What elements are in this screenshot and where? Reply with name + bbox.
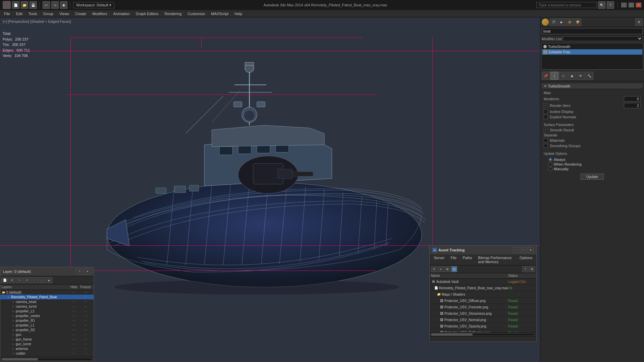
- redo-btn[interactable]: ↪: [51, 1, 59, 9]
- layers-move-up-btn[interactable]: ↑: [31, 277, 38, 283]
- asset-menu-paths[interactable]: Paths: [460, 255, 475, 264]
- utility-tab-btn[interactable]: 🔧: [585, 72, 593, 80]
- asset-row-8[interactable]: 🖼Protector_USV_Reflection.pngFound: [430, 329, 536, 332]
- menu-animation[interactable]: Animation: [111, 11, 132, 16]
- asset-row-3[interactable]: 🖼Protector_USV_Diffuse.pngFound: [430, 298, 536, 304]
- layers-help-btn[interactable]: ?: [76, 268, 83, 275]
- always-radio[interactable]: [548, 158, 552, 162]
- object-name-input[interactable]: [542, 28, 643, 34]
- asset-minimize-btn[interactable]: −: [513, 247, 519, 253]
- modifier-list-select[interactable]: [563, 36, 643, 41]
- pin-btn[interactable]: 📌: [542, 72, 550, 80]
- layers-delete-btn[interactable]: ✕: [9, 277, 15, 283]
- asset-refresh-btn[interactable]: ↺: [431, 266, 437, 272]
- menu-group[interactable]: Group: [40, 11, 56, 16]
- menu-modifiers[interactable]: Modifiers: [90, 11, 110, 16]
- layers-collapse-btn[interactable]: ▲: [46, 277, 52, 283]
- modifier-editablepoly[interactable]: Editable Poly: [542, 49, 642, 55]
- menu-create[interactable]: Create: [72, 11, 89, 16]
- menu-help[interactable]: Help: [232, 11, 245, 16]
- asset-menu-server[interactable]: Server: [431, 255, 447, 264]
- asset-row-6[interactable]: 🖼Protector_USV_Normal.pngFound: [430, 317, 536, 323]
- help-btn[interactable]: ?: [607, 1, 614, 9]
- layer-item-6[interactable]: ○propeller_R1——: [0, 318, 94, 323]
- layer-item-14[interactable]: ○boat——: [0, 356, 94, 357]
- search-btn[interactable]: 🔍: [598, 1, 605, 9]
- menu-edit[interactable]: Edit: [13, 11, 25, 16]
- manually-radio[interactable]: [548, 167, 552, 171]
- asset-settings2-btn[interactable]: ⚙: [529, 266, 535, 272]
- asset-restore-btn[interactable]: □: [520, 247, 526, 253]
- asset-row-5[interactable]: 🖼Protector_USV_Glossiness.pngFound: [430, 310, 536, 317]
- search-input[interactable]: [536, 2, 597, 8]
- menu-tools[interactable]: Tools: [26, 11, 40, 16]
- update-button[interactable]: Update: [581, 174, 604, 180]
- asset-close-btn[interactable]: ✕: [528, 247, 534, 253]
- render-iters-input[interactable]: [624, 103, 641, 108]
- close-btn[interactable]: ✕: [636, 3, 641, 7]
- layer-item-9[interactable]: ○gun——: [0, 332, 94, 337]
- menu-maxscript[interactable]: MAXScript: [208, 11, 231, 16]
- layer-item-0[interactable]: 📂0 (default)——: [0, 290, 94, 295]
- minimize-btn[interactable]: −: [621, 3, 627, 7]
- history-btn[interactable]: ⏺: [60, 1, 67, 9]
- motion-tab-btn[interactable]: ◉: [568, 72, 576, 80]
- layers-move-down-btn[interactable]: ↓: [38, 277, 45, 283]
- layer-item-3[interactable]: ○camera_turret——: [0, 304, 94, 309]
- modifier-tab-btn[interactable]: |: [550, 72, 558, 80]
- layer-item-8[interactable]: ○propeller_R2——: [0, 327, 94, 332]
- modifier-turbosmooth[interactable]: TurboSmooth: [542, 44, 642, 49]
- menu-customize[interactable]: Customize: [185, 11, 208, 16]
- menu-rendering[interactable]: Rendering: [162, 11, 184, 16]
- layer-item-5[interactable]: ○propeller_centre——: [0, 313, 94, 318]
- layer-item-10[interactable]: ○gun_frame——: [0, 337, 94, 342]
- menu-file[interactable]: File: [1, 11, 13, 16]
- activeshade-btn[interactable]: 🔆: [566, 18, 573, 26]
- layer-item-12[interactable]: ○antenna——: [0, 346, 94, 351]
- undo-btn[interactable]: ↩: [43, 1, 50, 9]
- layers-close-btn[interactable]: ✕: [84, 268, 91, 275]
- asset-help-btn[interactable]: ?: [522, 266, 528, 272]
- asset-row-7[interactable]: 🖼Protector_USV_Opacity.pngFound: [430, 323, 536, 329]
- asset-row-1[interactable]: 📄Remotely_Piloted_Patrol_Boat_max_vray.m…: [430, 285, 536, 291]
- display-tab-btn[interactable]: 👁: [577, 72, 585, 80]
- smooth-result-checkbox[interactable]: [544, 128, 548, 132]
- layers-new-btn[interactable]: 📄: [1, 277, 8, 283]
- asset-scrollbar[interactable]: [430, 332, 536, 336]
- when-rendering-radio[interactable]: [548, 162, 552, 166]
- asset-list-view-btn[interactable]: ≡: [438, 266, 444, 272]
- asset-table-view-btn[interactable]: ▤: [451, 266, 457, 272]
- hierarchy-tab-btn[interactable]: ⬡: [559, 72, 567, 80]
- asset-row-2[interactable]: 📁Maps / Shaders: [430, 291, 536, 298]
- smoothing-groups-checkbox[interactable]: [544, 144, 548, 148]
- asset-row-4[interactable]: 🖼Protector_USV_Fresnele.pngFound: [430, 304, 536, 310]
- render-btn[interactable]: ▶: [558, 18, 565, 26]
- open-btn[interactable]: 📁: [21, 1, 28, 9]
- explicit-normals-checkbox[interactable]: [544, 115, 548, 119]
- layer-item-11[interactable]: ○gun_turret——: [0, 342, 94, 346]
- asset-detail-view-btn[interactable]: ⊞: [444, 266, 450, 272]
- layer-item-2[interactable]: ○camera_head——: [0, 299, 94, 304]
- materials-checkbox[interactable]: [544, 138, 548, 142]
- layer-item-7[interactable]: ○propeller_L1——: [0, 323, 94, 327]
- iterations-input[interactable]: [624, 96, 641, 102]
- asset-row-0[interactable]: 🏛Autodesk VaultLogged Out: [430, 279, 536, 285]
- layer-item-4[interactable]: ○propeller_L2——: [0, 309, 94, 313]
- render-iters-checkbox[interactable]: [544, 104, 548, 108]
- isoline-display-checkbox[interactable]: [544, 110, 548, 114]
- asset-list[interactable]: 🏛Autodesk VaultLogged Out📄Remotely_Pilot…: [430, 279, 536, 332]
- menu-graph-editors[interactable]: Graph Editors: [133, 11, 161, 16]
- save-btn[interactable]: 💾: [30, 1, 37, 9]
- asset-menu-bitmap[interactable]: Bitmap Performance and Memory: [475, 255, 516, 264]
- menu-views[interactable]: Views: [57, 11, 72, 16]
- asset-menu-file[interactable]: File: [448, 255, 459, 264]
- layers-scrollbar[interactable]: [0, 357, 94, 362]
- layer-item-13[interactable]: ○rudder——: [0, 351, 94, 356]
- layers-select-btn[interactable]: ↗: [23, 277, 30, 283]
- settings-btn[interactable]: ⚙: [635, 18, 643, 26]
- new-btn[interactable]: 📄: [12, 1, 19, 9]
- layers-list[interactable]: 📂0 (default)——○Remotely_Piloted_Patrol_B…: [0, 290, 94, 357]
- render-to-texture-btn[interactable]: 📦: [574, 18, 581, 26]
- workspace-dropdown[interactable]: Workspace: Default ▾: [73, 2, 114, 8]
- layers-add-btn[interactable]: +: [16, 277, 23, 283]
